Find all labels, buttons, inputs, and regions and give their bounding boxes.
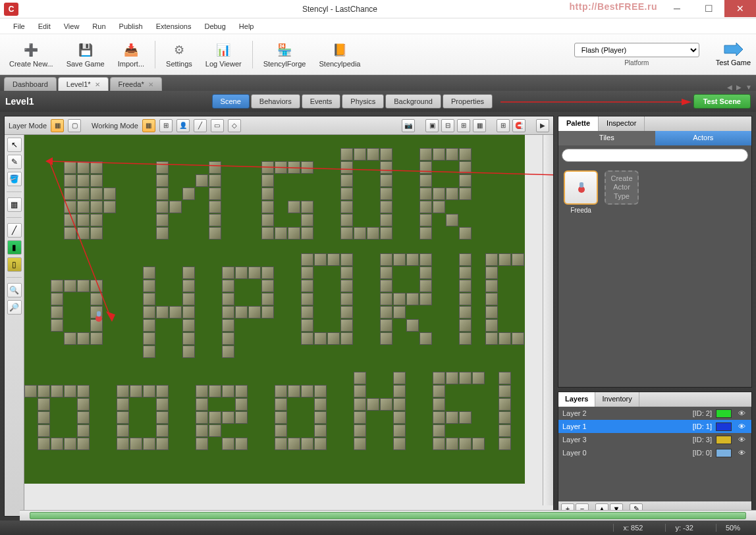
menu-view[interactable]: View bbox=[57, 20, 86, 32]
tile[interactable] bbox=[393, 385, 406, 397]
tile[interactable] bbox=[301, 319, 313, 332]
vertical-scrollbar[interactable] bbox=[543, 135, 553, 505]
tile[interactable] bbox=[354, 424, 366, 437]
tile[interactable] bbox=[275, 161, 287, 174]
inventory-tab[interactable]: Inventory bbox=[595, 392, 639, 407]
tile[interactable] bbox=[301, 385, 313, 397]
tile[interactable] bbox=[393, 411, 406, 424]
tile[interactable] bbox=[340, 201, 353, 213]
tile[interactable] bbox=[90, 280, 103, 292]
tile[interactable] bbox=[433, 438, 445, 450]
palette-search-input[interactable] bbox=[562, 149, 748, 162]
tile[interactable] bbox=[261, 161, 274, 174]
menu-debug[interactable]: Debug bbox=[198, 20, 232, 32]
test-scene-button[interactable]: Test Scene bbox=[693, 94, 751, 109]
tile[interactable] bbox=[64, 188, 76, 200]
tile[interactable] bbox=[275, 385, 287, 397]
snap-button[interactable]: 🧲 bbox=[512, 119, 526, 132]
test-game-button[interactable]: Test Game bbox=[716, 43, 751, 66]
tile[interactable] bbox=[512, 253, 524, 266]
layer-row[interactable]: Layer 0[ID: 0]👁 bbox=[558, 446, 751, 459]
tile[interactable] bbox=[512, 332, 524, 345]
tile[interactable] bbox=[301, 438, 313, 450]
tile[interactable] bbox=[261, 188, 274, 200]
tile[interactable] bbox=[340, 267, 353, 279]
tile[interactable] bbox=[340, 227, 353, 240]
tile[interactable] bbox=[340, 148, 353, 161]
tab-physics[interactable]: Physics bbox=[342, 94, 384, 109]
nav-prev-icon[interactable]: ◀ bbox=[727, 84, 732, 91]
nav-menu-icon[interactable]: ▼ bbox=[745, 84, 752, 91]
play-button[interactable]: ▶ bbox=[536, 119, 549, 132]
tile[interactable] bbox=[77, 227, 90, 240]
tile[interactable] bbox=[51, 438, 63, 450]
tile[interactable] bbox=[340, 161, 353, 174]
tile[interactable] bbox=[419, 174, 432, 187]
layer-row[interactable]: Layer 3[ID: 3]👁 bbox=[558, 433, 751, 446]
tile[interactable] bbox=[393, 306, 406, 318]
tile[interactable] bbox=[459, 227, 472, 240]
tile[interactable] bbox=[367, 148, 379, 161]
tab-properties[interactable]: Properties bbox=[443, 94, 493, 109]
settings-button[interactable]: ⚙Settings bbox=[162, 39, 196, 70]
layer-color-swatch[interactable] bbox=[716, 449, 732, 457]
tile[interactable] bbox=[275, 398, 287, 411]
tile[interactable] bbox=[235, 267, 248, 279]
tile[interactable] bbox=[499, 332, 511, 345]
tile[interactable] bbox=[380, 161, 392, 174]
tile[interactable] bbox=[143, 293, 155, 305]
tile[interactable] bbox=[77, 438, 90, 450]
tile[interactable] bbox=[222, 332, 234, 345]
tile[interactable] bbox=[433, 148, 445, 161]
tile[interactable] bbox=[77, 332, 90, 345]
tile[interactable] bbox=[222, 411, 234, 424]
tile[interactable] bbox=[301, 201, 313, 213]
tile[interactable] bbox=[433, 372, 445, 384]
tile[interactable] bbox=[327, 253, 340, 266]
tile[interactable] bbox=[314, 332, 327, 345]
tile[interactable] bbox=[301, 253, 313, 266]
tile[interactable] bbox=[340, 253, 353, 266]
tile[interactable] bbox=[261, 227, 274, 240]
tile[interactable] bbox=[446, 411, 458, 424]
working-mode-regions-button[interactable]: ▭ bbox=[211, 119, 224, 132]
tile[interactable] bbox=[314, 253, 327, 266]
tile[interactable] bbox=[90, 293, 103, 305]
tile[interactable] bbox=[209, 174, 221, 187]
tile[interactable] bbox=[64, 227, 76, 240]
tile[interactable] bbox=[380, 188, 392, 200]
tile[interactable] bbox=[314, 438, 327, 450]
menu-help[interactable]: Help bbox=[232, 20, 261, 32]
tile[interactable] bbox=[459, 438, 472, 450]
tile[interactable] bbox=[209, 385, 221, 397]
tile[interactable] bbox=[446, 214, 458, 226]
tile[interactable] bbox=[209, 227, 221, 240]
tile[interactable] bbox=[340, 280, 353, 292]
tile[interactable] bbox=[209, 411, 221, 424]
tile[interactable] bbox=[64, 161, 76, 174]
tile[interactable] bbox=[77, 188, 90, 200]
tile[interactable] bbox=[367, 398, 379, 411]
tile[interactable] bbox=[301, 332, 313, 345]
tile[interactable] bbox=[169, 306, 182, 318]
tile[interactable] bbox=[433, 424, 445, 437]
tile[interactable] bbox=[472, 372, 485, 384]
tile[interactable] bbox=[90, 188, 103, 200]
zoom-in-tool[interactable]: 🔍 bbox=[7, 283, 22, 297]
tile[interactable] bbox=[446, 188, 458, 200]
working-mode-actors-button[interactable]: 👤 bbox=[176, 119, 190, 132]
tile[interactable] bbox=[196, 424, 208, 437]
tile[interactable] bbox=[235, 438, 248, 450]
tile[interactable] bbox=[301, 227, 313, 240]
tile[interactable] bbox=[222, 319, 234, 332]
tile[interactable] bbox=[419, 293, 432, 305]
close-button[interactable]: ✕ bbox=[724, 0, 756, 17]
working-mode-grid-button[interactable]: ⊞ bbox=[159, 119, 173, 132]
tile[interactable] bbox=[485, 293, 498, 305]
grid-toggle-button[interactable]: ⊞ bbox=[497, 119, 510, 132]
inspector-tab[interactable]: Inspector bbox=[599, 116, 645, 131]
tile[interactable] bbox=[222, 280, 234, 292]
layer-color-swatch[interactable] bbox=[716, 436, 732, 444]
tile[interactable] bbox=[459, 188, 472, 200]
tile[interactable] bbox=[64, 438, 76, 450]
